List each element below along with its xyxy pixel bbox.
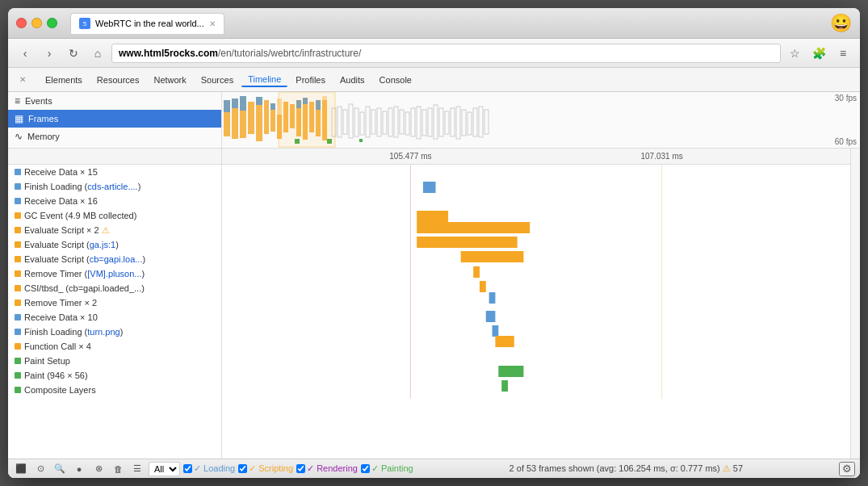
status-text: 2 of 53 frames shown (avg: 106.254 ms, σ… [417, 463, 836, 474]
event-name: CSI/tbsd_ (cb=gapi.loaded_...) [24, 283, 145, 293]
event-row[interactable]: Function Call × 4 [8, 339, 221, 354]
svg-rect-62 [417, 222, 530, 233]
svg-rect-43 [417, 107, 421, 139]
event-name: Function Call × 4 [24, 341, 91, 351]
event-row[interactable]: GC Event (4.9 MB collected) [8, 208, 221, 223]
record-button[interactable]: ⬛ [13, 462, 29, 476]
svg-rect-66 [461, 251, 524, 262]
devtools-close-icon[interactable]: ✕ [13, 73, 32, 86]
back-button[interactable]: ‹ [15, 43, 36, 64]
event-row[interactable]: Evaluate Script × 2 ⚠ [8, 223, 221, 237]
stop-button[interactable]: ⊗ [90, 462, 107, 476]
settings-gear-button[interactable]: ⚙ [839, 462, 855, 476]
tab-close-icon[interactable]: ✕ [209, 19, 216, 28]
event-row[interactable]: Remove Timer ([VM].pluson...) [8, 266, 221, 281]
timeline-right: 105.477 ms 107.031 ms [222, 149, 850, 459]
rendering-checkbox-label[interactable]: ✓ Rendering [296, 463, 358, 474]
event-row[interactable]: Finish Loading (turn.png) [8, 325, 221, 339]
rendering-checkbox[interactable] [296, 464, 305, 473]
event-name: Finish Loading (turn.png) [24, 327, 123, 337]
warn-count: 57 [733, 463, 743, 473]
frames-icon: ▦ [15, 113, 23, 124]
tab-timeline[interactable]: Timeline [241, 73, 287, 87]
tab-resources[interactable]: Resources [90, 73, 146, 86]
close-button[interactable] [16, 18, 27, 28]
svg-rect-74 [495, 336, 514, 347]
loading-checkbox[interactable] [183, 464, 192, 473]
event-row[interactable]: CSI/tbsd_ (cb=gapi.loaded_...) [8, 281, 221, 295]
window-buttons [16, 18, 57, 28]
event-row[interactable]: Evaluate Script (ga.js:1) [8, 237, 221, 252]
event-row[interactable]: Remove Timer × 2 [8, 295, 221, 310]
bookmark-button[interactable]: ☆ [784, 43, 805, 64]
home-button[interactable]: ⌂ [87, 43, 108, 64]
maximize-button[interactable] [47, 18, 57, 28]
event-color-dot [15, 372, 21, 379]
svg-rect-5 [240, 96, 246, 111]
frame-bars-chart [222, 92, 860, 148]
loading-checkbox-label[interactable]: ✓ Loading [183, 463, 235, 474]
scrollbar[interactable] [850, 149, 860, 459]
browser-tab[interactable]: 5 WebRTC in the real world... ✕ [70, 13, 224, 34]
clear-button[interactable]: 🗑 [110, 462, 126, 476]
event-row[interactable]: Receive Data × 10 [8, 310, 221, 325]
left-sidebar-items: ≡ Events ▦ Frames ∿ Memory [8, 92, 221, 145]
svg-rect-33 [360, 112, 364, 135]
painting-checkbox-label[interactable]: ✓ Painting [361, 463, 413, 474]
event-row[interactable]: Evaluate Script (cb=gapi.loa...) [8, 252, 221, 266]
extensions-button[interactable]: 🧩 [808, 43, 829, 64]
tab-profiles[interactable]: Profiles [289, 73, 332, 86]
filter-button[interactable]: ☰ [129, 462, 145, 476]
scripting-checkbox-label[interactable]: ✓ Scripting [238, 463, 293, 474]
svg-rect-54 [479, 107, 483, 137]
refresh-button[interactable]: ↻ [63, 43, 84, 64]
event-row[interactable]: Composite Layers [8, 383, 221, 397]
scripting-checkbox[interactable] [238, 464, 247, 473]
reload-record-button[interactable]: ⊙ [32, 462, 48, 476]
svg-rect-31 [349, 104, 353, 138]
event-color-dot [15, 256, 21, 262]
svg-rect-37 [383, 111, 387, 134]
url-prefix: www.html5rocks.com [119, 48, 218, 59]
event-row[interactable]: Receive Data × 16 [8, 194, 221, 208]
tab-elements[interactable]: Elements [39, 73, 89, 86]
svg-rect-70 [489, 292, 496, 304]
svg-rect-34 [366, 107, 370, 137]
event-row[interactable]: Paint Setup [8, 354, 221, 368]
main-content: Receive Data × 15 Finish Loading (cds-ar… [8, 149, 860, 459]
event-name: Receive Data × 15 [24, 167, 98, 177]
event-name: Paint (946 × 56) [24, 371, 88, 380]
minimize-button[interactable] [31, 18, 42, 28]
event-color-dot [15, 212, 21, 219]
tab-sources[interactable]: Sources [195, 73, 240, 86]
svg-rect-55 [484, 110, 489, 134]
filter-select[interactable]: All [149, 462, 180, 476]
search-button[interactable]: 🔍 [52, 462, 68, 476]
svg-rect-3 [232, 98, 238, 108]
address-bar[interactable]: www.html5rocks.com/en/tutorials/webrtc/i… [111, 44, 781, 63]
timeline-header-row [8, 149, 221, 165]
event-row[interactable]: Finish Loading (cds-article....) [8, 179, 221, 194]
forward-button[interactable]: › [39, 43, 60, 64]
event-color-dot [15, 198, 21, 204]
sidebar-item-events[interactable]: ≡ Events [8, 92, 221, 110]
timeline-sidebar-header: ≡ Events ▦ Frames ∿ Memory [8, 92, 222, 148]
circle-button[interactable]: ● [71, 462, 87, 476]
svg-rect-59 [423, 182, 436, 193]
painting-checkbox[interactable] [361, 464, 370, 473]
svg-rect-8 [256, 97, 262, 105]
events-icon: ≡ [15, 95, 20, 107]
tab-network[interactable]: Network [147, 73, 192, 86]
sidebar-item-frames[interactable]: ▦ Frames [8, 110, 221, 128]
tab-audits[interactable]: Audits [333, 73, 371, 86]
event-row[interactable]: Receive Data × 15 [8, 165, 221, 179]
menu-button[interactable]: ≡ [832, 43, 853, 64]
tab-console[interactable]: Console [373, 73, 418, 86]
svg-rect-1 [224, 100, 230, 112]
svg-rect-49 [451, 108, 455, 136]
event-row[interactable]: Paint (946 × 56) [8, 368, 221, 383]
svg-rect-64 [417, 237, 517, 248]
sidebar-item-memory[interactable]: ∿ Memory [8, 128, 221, 145]
svg-rect-46 [434, 105, 438, 139]
event-name: GC Event (4.9 MB collected) [24, 211, 136, 220]
